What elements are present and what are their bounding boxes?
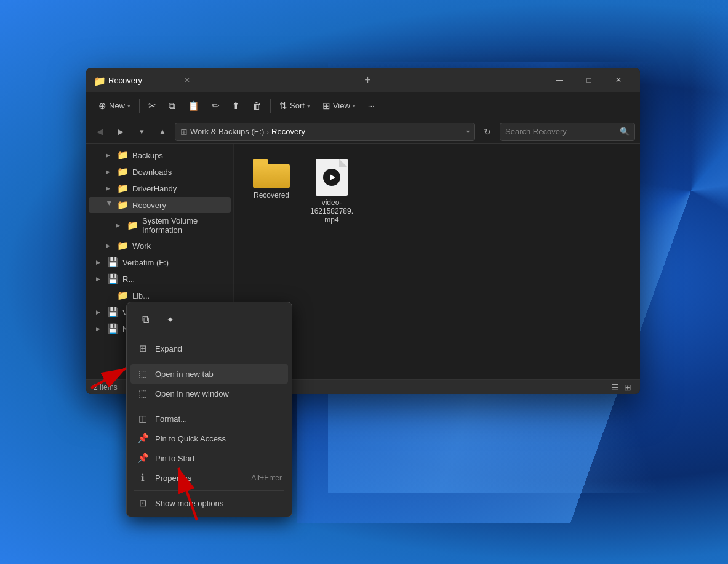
forward-button[interactable]: ▶ bbox=[112, 123, 129, 140]
expand-arrow-backups: ▶ bbox=[106, 152, 113, 158]
sidebar-item-backups[interactable]: ▶ 📁 Backups bbox=[89, 147, 231, 163]
folder-icon-driverhandy: 📁 bbox=[117, 183, 129, 194]
search-box[interactable]: Search Recovery 🔍 bbox=[500, 123, 635, 141]
sort-dropdown-arrow: ▾ bbox=[307, 103, 310, 109]
expand-arrow-verbatim: ▶ bbox=[96, 259, 103, 265]
show-more-icon: ⊡ bbox=[137, 498, 149, 509]
ctx-divider-1 bbox=[134, 361, 284, 361]
video-play-triangle bbox=[330, 174, 335, 180]
toolbar: ⊕ New ▾ ✂ ⧉ 📋 ✏ ⬆ 🗑 ⇅ Sort ▾ ⊞ bbox=[86, 92, 640, 119]
folder-icon-sysvolinfo: 📁 bbox=[127, 220, 138, 231]
open-new-window-icon: ⬚ bbox=[137, 388, 149, 399]
ctx-show-more[interactable]: ⊡ Show more options bbox=[130, 493, 288, 513]
ctx-properties[interactable]: ℹ Properties Alt+Enter bbox=[130, 468, 288, 488]
sidebar-item-driverhandy[interactable]: ▶ 📁 DriverHandy bbox=[89, 180, 231, 196]
properties-icon: ℹ bbox=[137, 472, 149, 483]
rename-icon: ✏ bbox=[212, 100, 220, 111]
view-button[interactable]: ⊞ View ▾ bbox=[318, 97, 361, 115]
sidebar-item-work[interactable]: ▶ 📁 Work bbox=[89, 238, 231, 254]
ctx-properties-shortcut: Alt+Enter bbox=[251, 473, 282, 482]
sidebar-item-recovery[interactable]: ▶ 📁 Recovery bbox=[89, 197, 231, 213]
file-item-video[interactable]: video-1621582789.mp4 bbox=[304, 154, 359, 229]
view-label: View bbox=[333, 101, 350, 110]
pin-start-icon: 📌 bbox=[137, 453, 149, 464]
ctx-expand[interactable]: ⊞ Expand bbox=[130, 339, 288, 358]
new-label: New bbox=[109, 101, 125, 110]
view-controls: ☰ ⊞ bbox=[610, 381, 633, 393]
file-item-recovered[interactable]: Recovered bbox=[244, 154, 299, 229]
refresh-button[interactable]: ↻ bbox=[479, 123, 496, 140]
folder-icon-work: 📁 bbox=[117, 240, 129, 251]
share-button[interactable]: ⬆ bbox=[227, 97, 245, 115]
ctx-show-more-label: Show more options bbox=[155, 499, 282, 508]
ctx-copy-icon-button[interactable]: ⧉ bbox=[134, 308, 156, 331]
sidebar-item-downloads[interactable]: ▶ 📁 Downloads bbox=[89, 164, 231, 180]
toolbar-sep-2 bbox=[270, 99, 271, 113]
delete-icon: 🗑 bbox=[252, 100, 262, 111]
search-icon[interactable]: 🔍 bbox=[620, 127, 630, 136]
address-parent: Work & Backups (E:) bbox=[190, 127, 264, 136]
drive-icon-ve: 💾 bbox=[107, 307, 119, 318]
recent-locations-button[interactable]: ▾ bbox=[133, 123, 150, 140]
ctx-ai-icon-button[interactable]: ✦ bbox=[159, 308, 181, 331]
up-button[interactable]: ▲ bbox=[154, 123, 171, 140]
sidebar-label-recovery: Recovery bbox=[132, 201, 226, 210]
ctx-open-new-tab[interactable]: ⬚ Open in new tab bbox=[130, 364, 288, 384]
title-bar-tabs: + bbox=[361, 73, 375, 88]
folder-icon-lib: 📁 bbox=[117, 290, 129, 301]
title-text: Recovery bbox=[108, 76, 142, 85]
expand-arrow-ne: ▶ bbox=[96, 326, 103, 332]
sidebar-label-backups: Backups bbox=[132, 151, 226, 160]
new-icon: ⊕ bbox=[98, 100, 106, 111]
address-bar[interactable]: ⊞ Work & Backups (E:) › Recovery ▾ bbox=[175, 123, 475, 141]
status-item-count: 2 items bbox=[94, 383, 118, 392]
delete-button[interactable]: 🗑 bbox=[247, 97, 266, 114]
sidebar-label-lib: Lib... bbox=[132, 291, 226, 300]
address-sep: › bbox=[266, 128, 269, 135]
open-new-tab-icon: ⬚ bbox=[137, 368, 149, 379]
grid-view-button[interactable]: ⊞ bbox=[623, 381, 633, 393]
cut-button[interactable]: ✂ bbox=[143, 97, 161, 115]
copy-button[interactable]: ⧉ bbox=[164, 97, 180, 115]
ctx-pin-start[interactable]: 📌 Pin to Start bbox=[130, 448, 288, 468]
sidebar-label-r: R... bbox=[122, 275, 226, 284]
sort-label: Sort bbox=[290, 101, 305, 110]
paste-button[interactable]: 📋 bbox=[183, 97, 204, 115]
title-folder-icon: 📁 bbox=[94, 75, 103, 85]
folder-icon-downloads: 📁 bbox=[117, 166, 129, 177]
sidebar-item-verbatim[interactable]: ▶ 💾 Verbatim (F:) bbox=[89, 254, 231, 270]
address-dropdown-arrow[interactable]: ▾ bbox=[466, 128, 470, 135]
tab-close-icon[interactable]: ✕ bbox=[184, 76, 190, 84]
list-view-button[interactable]: ☰ bbox=[610, 381, 620, 393]
rename-button[interactable]: ✏ bbox=[207, 97, 225, 115]
ctx-icons-row: ⧉ ✦ bbox=[130, 306, 288, 336]
drive-icon-ne: 💾 bbox=[107, 323, 119, 334]
sidebar-item-r[interactable]: ▶ 💾 R... bbox=[89, 271, 231, 287]
expand-arrow-r: ▶ bbox=[96, 276, 103, 282]
more-button[interactable]: ··· bbox=[363, 98, 380, 113]
new-button[interactable]: ⊕ New ▾ bbox=[94, 97, 135, 115]
copy-icon: ⧉ bbox=[169, 100, 175, 111]
view-dropdown-arrow: ▾ bbox=[353, 103, 356, 109]
drive-icon-verbatim: 💾 bbox=[107, 257, 119, 268]
title-bar-left: 📁 Recovery ✕ bbox=[94, 75, 190, 85]
address-current: Recovery bbox=[271, 127, 305, 136]
folder-icon-recovered bbox=[253, 159, 290, 188]
sidebar-label-verbatim: Verbatim (F:) bbox=[122, 258, 226, 267]
sort-button[interactable]: ⇅ Sort ▾ bbox=[274, 97, 315, 115]
ctx-format[interactable]: ◫ Format... bbox=[130, 409, 288, 429]
format-icon: ◫ bbox=[137, 413, 149, 424]
sidebar-item-sysvolinfo[interactable]: ▶ 📁 System Volume Information bbox=[89, 214, 231, 237]
ctx-open-new-window-label: Open in new window bbox=[155, 389, 282, 398]
close-button[interactable]: ✕ bbox=[604, 70, 633, 90]
maximize-button[interactable]: □ bbox=[575, 70, 603, 90]
sidebar-label-sysvolinfo: System Volume Information bbox=[142, 216, 226, 235]
back-button[interactable]: ◀ bbox=[91, 123, 108, 140]
new-dropdown-arrow: ▾ bbox=[127, 103, 130, 109]
new-tab-button[interactable]: + bbox=[361, 73, 375, 88]
ctx-open-new-window[interactable]: ⬚ Open in new window bbox=[130, 384, 288, 403]
minimize-button[interactable]: — bbox=[545, 70, 574, 90]
view-icon: ⊞ bbox=[322, 100, 330, 111]
video-icon-large bbox=[316, 159, 348, 196]
ctx-pin-quick[interactable]: 📌 Pin to Quick Access bbox=[130, 429, 288, 448]
